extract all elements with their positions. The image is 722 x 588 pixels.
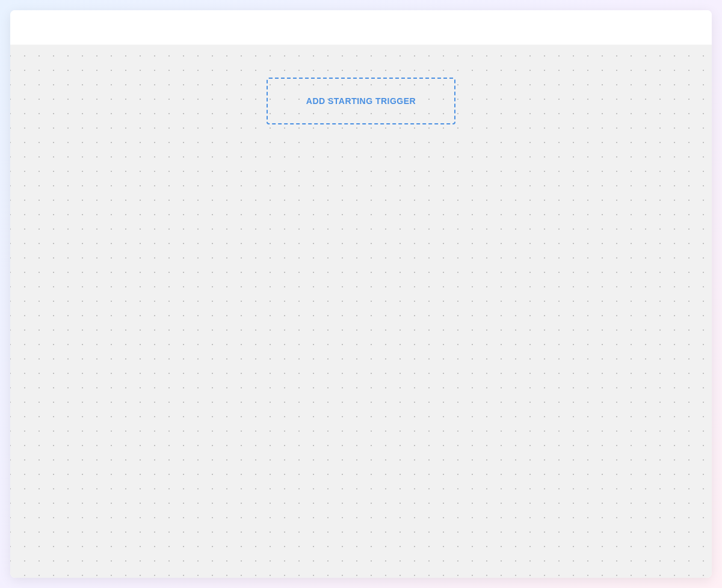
add-starting-trigger-button[interactable]: ADD STARTING TRIGGER (267, 78, 455, 124)
trigger-button-label: ADD STARTING TRIGGER (306, 96, 416, 106)
panel-header (10, 10, 712, 45)
workflow-panel: ADD STARTING TRIGGER (10, 10, 712, 578)
workflow-canvas[interactable]: ADD STARTING TRIGGER (10, 45, 712, 578)
